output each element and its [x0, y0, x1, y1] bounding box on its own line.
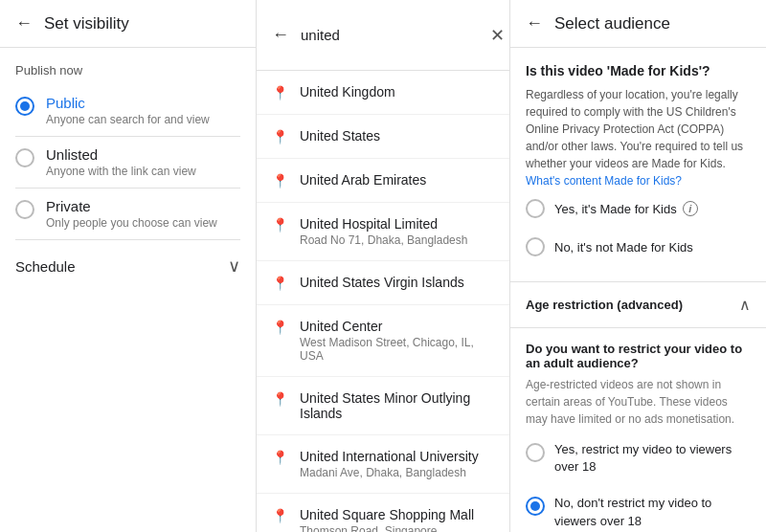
location-item[interactable]: 📍United Arab Emirates: [257, 159, 509, 203]
age-question: Do you want to restrict your video to an…: [526, 328, 751, 370]
search-panel: ← ✕ 📍United Kingdom📍United States📍United…: [257, 0, 510, 532]
kids-section: Is this video 'Made for Kids'? Regardles…: [510, 48, 766, 282]
public-sublabel: Anyone can search for and view: [46, 113, 210, 126]
location-name: United Kingdom: [300, 84, 395, 100]
location-sub: Road No 71, Dhaka, Bangladesh: [300, 233, 467, 247]
location-text-group: United States Virgin Islands: [300, 275, 464, 290]
no-age-option[interactable]: No, don't restrict my video to viewers o…: [526, 485, 751, 532]
unlisted-sublabel: Anyone with the link can view: [46, 165, 196, 178]
location-item[interactable]: 📍United International UniversityMadani A…: [257, 435, 509, 494]
schedule-label: Schedule: [15, 258, 76, 275]
location-name: United Hospital Limited: [300, 216, 467, 232]
location-item[interactable]: 📍United States Minor Outlying Islands: [257, 377, 509, 435]
location-pin-icon: 📍: [272, 217, 288, 233]
private-sublabel: Only people you choose can view: [46, 216, 217, 230]
no-kids-label: No, it's not Made for Kids: [554, 240, 693, 255]
kids-description: Regardless of your location, you're lega…: [526, 86, 751, 189]
yes-kids-option[interactable]: Yes, it's Made for Kids i: [526, 189, 751, 228]
no-age-radio[interactable]: [526, 497, 545, 516]
unlisted-label: Unlisted: [46, 146, 196, 163]
location-name: United States Virgin Islands: [300, 275, 464, 290]
location-text-group: United Kingdom: [300, 84, 395, 100]
location-name: United States: [300, 128, 380, 144]
age-section-title: Age restriction (advanced): [526, 298, 683, 312]
location-sub: West Madison Street, Chicago, IL, USA: [300, 336, 494, 363]
middle-panel-header: ← ✕: [257, 0, 509, 71]
no-kids-option[interactable]: No, it's not Made for Kids: [526, 228, 751, 266]
location-pin-icon: 📍: [272, 508, 288, 523]
location-sub: Thomson Road, Singapore: [300, 524, 474, 532]
location-pin-icon: 📍: [272, 85, 288, 100]
location-item[interactable]: 📍United States Virgin Islands: [257, 261, 509, 305]
location-pin-icon: 📍: [272, 391, 288, 407]
location-item[interactable]: 📍United Kingdom: [257, 71, 509, 115]
info-icon[interactable]: i: [683, 201, 698, 216]
unlisted-option[interactable]: Unlisted Anyone with the link can view: [0, 137, 256, 188]
location-pin-icon: 📍: [272, 276, 288, 291]
unlisted-radio[interactable]: [15, 148, 34, 167]
location-name: United Center: [300, 319, 494, 334]
yes-age-option[interactable]: Yes, restrict my video to viewers over 1…: [526, 432, 751, 485]
unlisted-text-group: Unlisted Anyone with the link can view: [46, 146, 196, 178]
private-option[interactable]: Private Only people you choose can view: [0, 188, 256, 239]
public-radio[interactable]: [15, 97, 34, 116]
kids-link[interactable]: What's content Made for Kids?: [526, 174, 682, 188]
yes-age-label: Yes, restrict my video to viewers over 1…: [554, 441, 751, 476]
right-panel-title: Select audience: [554, 14, 751, 33]
location-pin-icon: 📍: [272, 320, 288, 335]
search-close-button[interactable]: ✕: [490, 25, 505, 46]
set-visibility-panel: ← Set visibility Publish now Public Anyo…: [0, 0, 257, 532]
private-radio[interactable]: [15, 200, 34, 219]
yes-kids-label: Yes, it's Made for Kids: [554, 202, 677, 216]
location-text-group: United States Minor Outlying Islands: [300, 390, 494, 421]
location-name: United Square Shopping Mall: [300, 507, 474, 522]
search-input[interactable]: [301, 13, 483, 56]
location-name: United Arab Emirates: [300, 172, 426, 188]
location-text-group: United International UniversityMadani Av…: [300, 449, 479, 479]
left-panel-title: Set visibility: [44, 14, 240, 33]
select-audience-panel: ← Select audience Is this video 'Made fo…: [510, 0, 766, 532]
age-description: Age-restricted videos are not shown in c…: [526, 376, 751, 428]
age-chevron-icon: ∧: [739, 296, 751, 314]
location-name: United States Minor Outlying Islands: [300, 390, 494, 421]
age-restriction-header[interactable]: Age restriction (advanced) ∧: [510, 282, 766, 328]
yes-age-radio[interactable]: [526, 443, 545, 462]
yes-kids-radio[interactable]: [526, 199, 545, 218]
location-list: 📍United Kingdom📍United States📍United Ara…: [257, 71, 509, 532]
private-label: Private: [46, 198, 217, 214]
no-kids-radio[interactable]: [526, 237, 545, 256]
location-pin-icon: 📍: [272, 450, 288, 465]
location-text-group: United CenterWest Madison Street, Chicag…: [300, 319, 494, 363]
location-sub: Madani Ave, Dhaka, Bangladesh: [300, 466, 479, 479]
location-pin-icon: 📍: [272, 129, 288, 144]
location-item[interactable]: 📍United States: [257, 115, 509, 159]
private-text-group: Private Only people you choose can view: [46, 198, 217, 230]
location-text-group: United Square Shopping MallThomson Road,…: [300, 507, 474, 532]
location-item[interactable]: 📍United Hospital LimitedRoad No 71, Dhak…: [257, 203, 509, 261]
middle-back-button[interactable]: ←: [272, 25, 289, 45]
location-text-group: United Arab Emirates: [300, 172, 426, 188]
left-back-button[interactable]: ←: [15, 13, 33, 33]
location-text-group: United Hospital LimitedRoad No 71, Dhaka…: [300, 216, 467, 247]
location-text-group: United States: [300, 128, 380, 144]
schedule-row[interactable]: Schedule ∨: [0, 240, 256, 292]
public-option[interactable]: Public Anyone can search for and view: [0, 85, 256, 136]
location-name: United International University: [300, 449, 479, 464]
public-text-group: Public Anyone can search for and view: [46, 95, 210, 126]
publish-section-label: Publish now: [0, 48, 256, 85]
location-pin-icon: 📍: [272, 173, 288, 188]
left-panel-header: ← Set visibility: [0, 0, 256, 48]
location-item[interactable]: 📍United CenterWest Madison Street, Chica…: [257, 305, 509, 377]
no-age-label: No, don't restrict my video to viewers o…: [554, 495, 751, 529]
kids-description-text: Regardless of your location, you're lega…: [526, 88, 743, 170]
age-content: Do you want to restrict your video to an…: [510, 328, 766, 532]
kids-question: Is this video 'Made for Kids'?: [526, 63, 751, 78]
schedule-chevron-icon: ∨: [228, 255, 240, 277]
location-item[interactable]: 📍United Square Shopping MallThomson Road…: [257, 494, 509, 532]
public-label: Public: [46, 95, 210, 111]
right-back-button[interactable]: ←: [526, 13, 543, 33]
right-panel-header: ← Select audience: [510, 0, 766, 48]
